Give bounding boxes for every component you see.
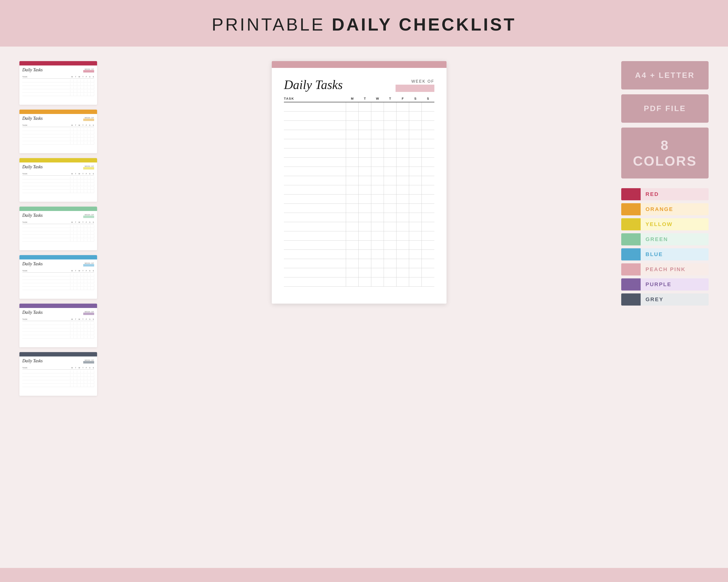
preview-grid-day-cell [396, 259, 409, 268]
thumb-row-day [70, 274, 74, 276]
thumb-row-task [22, 93, 70, 96]
thumb-row-day [84, 381, 87, 383]
color-row-red: RED [621, 188, 709, 200]
thumb-row-day [84, 232, 87, 234]
preview-grid-day-cell [384, 213, 396, 222]
preview-grid-day-cell [384, 277, 396, 286]
color-swatch-blue [621, 248, 641, 260]
preview-grid-task-cell [284, 194, 346, 203]
thumb-row-day [74, 377, 77, 380]
thumb-row-day [84, 183, 87, 186]
thumb-row-day [70, 232, 74, 234]
thumb-row-day [74, 180, 77, 183]
thumb-row-day [77, 374, 81, 377]
thumb-row-day [84, 128, 87, 131]
thumb-row-task [22, 128, 70, 131]
preview-grid-day-cell [359, 259, 371, 268]
thumb-row-day [70, 228, 74, 231]
preview-grid-task-cell [284, 268, 346, 277]
thumb-row-day [87, 176, 91, 179]
thumb-top-bar [19, 304, 97, 308]
thumb-row-day [84, 83, 87, 86]
preview-grid-task-cell [284, 112, 346, 120]
thumb-row-day [70, 93, 74, 96]
thumb-row-day [81, 80, 84, 82]
thumb-row-day [74, 284, 77, 286]
thumb-inner: Daily Tasks WEEK OF TASK M T W T F S S [19, 259, 97, 293]
thumb-row-day [81, 329, 84, 332]
thumb-row-day [87, 83, 91, 86]
preview-week-label: WEEK OF [395, 79, 434, 84]
preview-grid-day-cell [359, 231, 371, 240]
thumb-row-day [81, 322, 84, 325]
color-swatch-red [621, 188, 641, 200]
preview-grid-day-cell [359, 277, 371, 286]
thumb-row-day [91, 287, 94, 290]
thumb-row-day [77, 225, 81, 228]
thumb-row-day [77, 90, 81, 92]
thumb-row-day [77, 80, 81, 82]
thumb-row-day [91, 329, 94, 332]
preview-grid-day-cell [396, 204, 409, 213]
thumb-title: Daily Tasks [22, 164, 43, 169]
preview-grid-task-cell [284, 148, 346, 157]
thumb-row-day [77, 239, 81, 241]
thumb-row-day [91, 370, 94, 373]
thumb-row [22, 128, 94, 131]
thumb-row-day [84, 176, 87, 179]
thumb-row-day [70, 80, 74, 82]
preview-body: Daily Tasks WEEK OF TASK MTWTFSS [272, 68, 446, 294]
thumb-row-day [84, 239, 87, 241]
color-label-peach-pink: PEACH PINK [641, 264, 709, 275]
thumb-rows [22, 128, 94, 144]
preview-grid-day-cell [422, 130, 434, 139]
preview-grid-day-cell [409, 250, 422, 259]
checklist-preview: Daily Tasks WEEK OF TASK MTWTFSS [272, 61, 446, 304]
thumb-rows [22, 176, 94, 193]
thumb-row-day [81, 274, 84, 276]
thumb-row-day [84, 329, 87, 332]
preview-grid-day-cell [384, 231, 396, 240]
preview-col-headers: TASK MTWTFSS [284, 97, 434, 102]
thumb-row-day [81, 86, 84, 89]
thumb-row-day [84, 132, 87, 134]
preview-grid-day-cell [396, 158, 409, 167]
thumb-row-task [22, 187, 70, 189]
preview-day-col: M [346, 97, 359, 101]
thumb-row-day [87, 322, 91, 325]
preview-grid-day-cell [384, 130, 396, 139]
preview-grid-day-cell [422, 185, 434, 194]
thumb-row-day [84, 187, 87, 189]
thumb-task-header: TASK M T W T F S S [22, 270, 94, 273]
thumb-row-day [77, 187, 81, 189]
preview-grid-day-cell [371, 148, 384, 157]
thumb-row-day [77, 132, 81, 134]
thumb-row [22, 239, 94, 242]
preview-grid-row [284, 231, 434, 241]
thumb-row-task [22, 274, 70, 276]
preview-grid-day-cell [422, 158, 434, 167]
thumb-row [22, 90, 94, 93]
thumb-row-task [22, 135, 70, 138]
thumb-row-day [77, 176, 81, 179]
thumb-row-day [77, 326, 81, 328]
thumb-week-box [83, 118, 94, 121]
thumb-row-day [70, 235, 74, 238]
thumb-row-day [74, 93, 77, 96]
thumb-row-day [91, 90, 94, 92]
preview-grid-day-cell [346, 277, 359, 286]
color-row-purple: PURPLE [621, 278, 709, 290]
preview-grid-day-cell [346, 176, 359, 185]
preview-grid-day-cell [359, 204, 371, 213]
thumb-row-day [87, 190, 91, 193]
preview-grid-day-cell [384, 241, 396, 250]
thumb-row-day [81, 374, 84, 377]
thumb-row-day [77, 384, 81, 387]
thumb-row-day [74, 128, 77, 131]
thumb-row [22, 142, 94, 144]
thumb-row-day [74, 274, 77, 276]
preview-grid-day-cell [422, 213, 434, 222]
thumb-week-box [83, 312, 94, 315]
thumb-row-day [87, 277, 91, 280]
thumb-row-day [87, 274, 91, 276]
